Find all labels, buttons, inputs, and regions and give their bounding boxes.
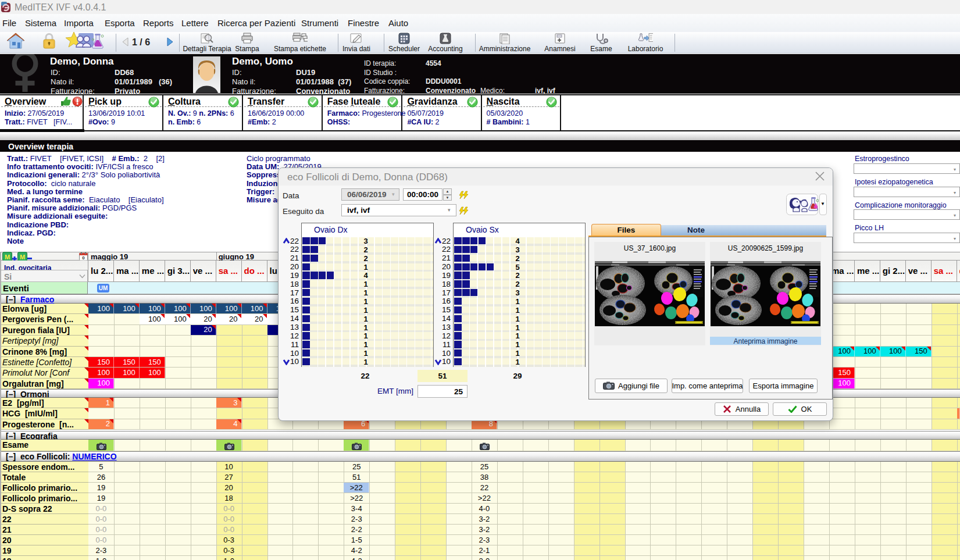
svg-text:0: 0 (82, 255, 85, 261)
svg-text:M: M (5, 254, 10, 261)
svg-text:M: M (20, 254, 25, 261)
